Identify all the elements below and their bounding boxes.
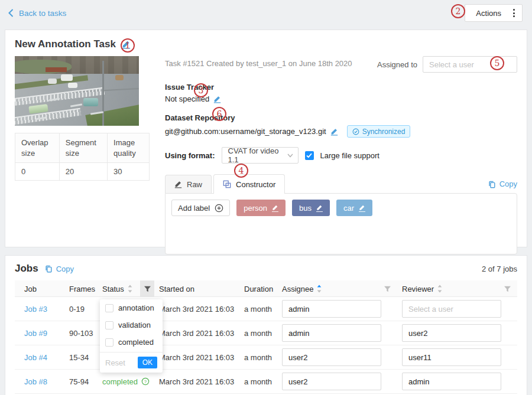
reviewer-input[interactable] — [402, 324, 501, 342]
jobs-copy-button[interactable]: Copy — [44, 265, 74, 273]
checkbox-unchecked[interactable] — [105, 304, 113, 312]
chevron-left-icon — [8, 9, 14, 17]
param-header-quality: Image quality — [108, 133, 150, 163]
task-meta: Task #1521 Created by test_user_1 on Jun… — [165, 56, 352, 68]
add-label-button[interactable]: Add label — [171, 200, 230, 216]
reviewer-input[interactable] — [402, 348, 501, 366]
sort-icon[interactable] — [128, 285, 132, 293]
edit-label-icon[interactable] — [272, 204, 278, 212]
param-value-overlap: 0 — [15, 163, 60, 181]
task-title-row: New Annotation Task — [15, 38, 517, 50]
assignee-input[interactable] — [282, 324, 381, 342]
job-row: Job #3 0-19 March 3rd 2021 16:03 a month — [15, 297, 517, 321]
assignee-input[interactable] — [282, 348, 381, 366]
jobs-copy-label: Copy — [56, 265, 74, 273]
label-chip-bus[interactable]: bus — [292, 200, 330, 216]
task-preview-image — [15, 56, 139, 126]
top-bar: Back to tasks Actions — [0, 0, 532, 26]
chevron-down-icon — [287, 154, 293, 158]
job-link[interactable]: Job #3 — [15, 305, 64, 314]
param-value-segment: 20 — [59, 163, 107, 181]
jobs-card: Jobs Copy 2 of 7 jobs Job Frames Status … — [5, 255, 527, 395]
job-link[interactable]: Job #8 — [15, 377, 64, 386]
reviewer-filter-button[interactable] — [504, 286, 511, 292]
ellipsis-vertical-icon — [513, 9, 515, 17]
label-chip-person-text: person — [244, 204, 267, 213]
tab-raw[interactable]: Raw — [165, 175, 212, 193]
tab-constructor-label: Constructor — [236, 180, 275, 189]
status-filter-dropdown: annotation validation completed Reset OK — [100, 299, 163, 373]
filter-ok-button[interactable]: OK — [138, 357, 157, 368]
dataset-repository-label: Dataset Repository — [165, 113, 517, 122]
teal-van — [83, 98, 98, 106]
col-job: Job — [15, 280, 64, 297]
col-status[interactable]: Status — [95, 280, 140, 297]
task-title: New Annotation Task — [15, 38, 116, 50]
col-reviewer[interactable]: Reviewer — [397, 280, 517, 297]
add-label-text: Add label — [178, 204, 210, 213]
checkbox-unchecked[interactable] — [105, 321, 113, 329]
filter-option-validation[interactable]: validation — [100, 316, 163, 334]
tab-constructor[interactable]: Constructor — [213, 174, 285, 194]
pencil-icon — [174, 180, 182, 188]
task-params-table: Overlap size Segment size Image quality … — [15, 133, 150, 181]
checkbox-unchecked[interactable] — [105, 338, 113, 347]
actions-label: Actions — [476, 9, 501, 18]
assignee-input[interactable] — [282, 300, 381, 318]
edit-label-icon[interactable] — [316, 204, 323, 212]
task-assignee-input[interactable] — [423, 56, 517, 73]
jobs-title: Jobs — [15, 263, 38, 275]
large-file-checkbox[interactable] — [305, 151, 314, 160]
jobs-count: 2 of 7 jobs — [482, 265, 517, 273]
block-icon — [223, 180, 231, 188]
reviewer-input[interactable] — [402, 300, 501, 318]
param-value-quality: 30 — [108, 163, 150, 181]
col-duration: Duration — [239, 280, 277, 297]
repository-url: git@github.com:username/git_storage_v123… — [165, 127, 326, 136]
col-frames: Frames — [64, 280, 95, 297]
sort-icon[interactable] — [437, 285, 442, 293]
svg-text:?: ? — [144, 379, 147, 384]
task-preview-column: Overlap size Segment size Image quality … — [15, 56, 150, 254]
using-format-label: Using format: — [165, 151, 215, 160]
large-file-label: Large file support — [320, 151, 379, 160]
format-select-value: CVAT for video 1.1 — [228, 146, 285, 164]
job-row: Job #4 15-34 March 3rd 2021 16:03 a mont… — [15, 345, 517, 370]
job-link[interactable]: Job #9 — [15, 329, 64, 338]
job-link[interactable]: Job #4 — [15, 353, 64, 362]
edit-label-icon[interactable] — [359, 204, 365, 212]
sync-status-text: Synchronized — [362, 128, 406, 136]
back-to-tasks-link[interactable]: Back to tasks — [8, 9, 66, 18]
sync-status-badge: Synchronized — [347, 125, 411, 138]
white-van — [61, 74, 73, 81]
labels-tabs: Raw Constructor Copy — [165, 174, 517, 254]
format-select[interactable]: CVAT for video 1.1 — [222, 147, 299, 164]
tab-raw-label: Raw — [187, 180, 202, 189]
edit-issue-tracker-icon[interactable] — [213, 95, 221, 103]
param-header-segment: Segment size — [59, 133, 107, 163]
task-card: New Annotation Task — [5, 30, 527, 247]
filter-option-annotation[interactable]: annotation — [100, 299, 163, 316]
assignee-filter-button[interactable] — [384, 286, 391, 292]
sort-icon-active[interactable] — [317, 285, 322, 293]
reviewer-input[interactable] — [402, 373, 501, 390]
col-assignee[interactable]: Assignee — [277, 280, 397, 297]
status-filter-button[interactable] — [140, 280, 154, 297]
constructor-panel: Add label person bus — [165, 193, 517, 254]
jobs-table-header: Job Frames Status Started on Duration As… — [15, 280, 517, 297]
label-chip-car-text: car — [343, 204, 354, 213]
assignee-input[interactable] — [282, 373, 381, 390]
filter-option-completed[interactable]: completed — [100, 334, 163, 351]
actions-button[interactable]: Actions — [465, 4, 523, 22]
issue-tracker-label: Issue Tracker — [165, 83, 517, 92]
question-circle-icon[interactable]: ? — [141, 377, 150, 386]
edit-repository-icon[interactable] — [330, 128, 338, 136]
labels-copy-button[interactable]: Copy — [488, 179, 517, 193]
filter-reset-button[interactable]: Reset — [105, 358, 125, 367]
copy-icon — [488, 180, 496, 188]
task-details-column: Task #1521 Created by test_user_1 on Jun… — [165, 56, 517, 254]
param-header-overlap: Overlap size — [15, 133, 60, 163]
label-chip-person[interactable]: person — [236, 200, 286, 216]
label-chip-car[interactable]: car — [336, 200, 372, 216]
edit-title-icon[interactable] — [122, 40, 131, 49]
